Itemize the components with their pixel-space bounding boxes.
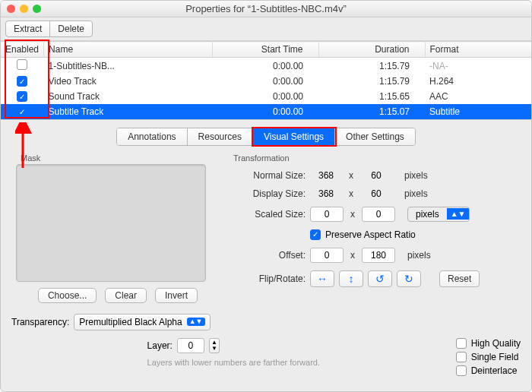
transformation-label: Transformation — [233, 153, 521, 163]
col-name[interactable]: Name — [44, 42, 212, 58]
track-name: Subtitle Track — [44, 104, 212, 119]
track-format: H.264 — [425, 74, 531, 89]
track-start: 0:00.00 — [212, 74, 318, 89]
choose-button[interactable]: Choose... — [38, 288, 97, 303]
reset-button[interactable]: Reset — [439, 270, 480, 287]
transformation-panel: Transformation Normal Size: 368 x 60 pix… — [233, 153, 521, 330]
track-duration: 1:15.79 — [318, 58, 425, 74]
extract-button[interactable]: Extract — [5, 21, 50, 37]
track-duration: 1:15.79 — [318, 74, 425, 89]
track-name: Sound Track — [44, 89, 212, 104]
normal-height: 60 — [360, 170, 392, 181]
updown-icon: ▲▼ — [447, 208, 470, 220]
scaled-size-label: Scaled Size: — [233, 209, 306, 220]
tab-visual-settings[interactable]: Visual Settings — [253, 128, 335, 145]
deinterlace-checkbox[interactable]: Deinterlace — [456, 365, 521, 376]
scaled-width-input[interactable]: 0 — [310, 207, 344, 222]
delete-button[interactable]: Delete — [49, 21, 93, 37]
table-row[interactable]: ✓Sound Track0:00.001:15.65AAC — [1, 89, 531, 104]
col-enabled[interactable]: Enabled — [1, 42, 44, 58]
normal-width: 368 — [310, 170, 342, 181]
clear-button[interactable]: Clear — [105, 288, 147, 303]
table-row[interactable]: ✓Video Track0:00.001:15.79H.264 — [1, 74, 531, 89]
scaled-unit-select[interactable]: pixels ▲▼ — [407, 207, 470, 222]
table-row[interactable]: 1-Subtitles-NB...0:00.001:15.79-NA- — [1, 58, 531, 74]
high-quality-checkbox[interactable]: High Quality — [456, 338, 521, 349]
transparency-select[interactable]: Premultiplied Black Alpha ▲▼ — [74, 314, 210, 330]
track-format: -NA- — [425, 58, 531, 74]
enabled-checkbox[interactable] — [17, 59, 27, 70]
mask-preview[interactable] — [16, 164, 206, 282]
track-name: 1-Subtitles-NB... — [44, 58, 212, 74]
tracks-table: Enabled Name Start Time Duration Format … — [1, 41, 531, 120]
track-duration: 1:15.65 — [318, 89, 425, 104]
enabled-checkbox[interactable]: ✓ — [17, 76, 27, 87]
col-duration[interactable]: Duration — [318, 42, 425, 58]
updown-icon: ▲▼ — [187, 318, 205, 326]
track-duration: 1:15.07 — [318, 104, 425, 119]
track-format: AAC — [425, 89, 531, 104]
layer-input[interactable]: 0 — [177, 338, 204, 353]
display-size-label: Display Size: — [233, 188, 306, 199]
table-row[interactable]: ✓Subtitle Track0:00.001:15.07Subtitle — [1, 104, 531, 119]
track-start: 0:00.00 — [212, 89, 318, 104]
layer-hint: Layers with lower numbers are farther fo… — [147, 358, 320, 367]
tab-annotations[interactable]: Annotations — [117, 128, 187, 145]
tabs: Annotations Resources Visual Settings Ot… — [1, 120, 531, 150]
offset-label: Offset: — [233, 250, 306, 261]
col-start[interactable]: Start Time — [212, 42, 318, 58]
track-name: Video Track — [44, 74, 212, 89]
scaled-height-input[interactable]: 0 — [362, 207, 395, 222]
mask-label: Mask — [21, 153, 224, 163]
properties-window: Properties for “1-Subtitles-NBC.m4v” Ext… — [0, 0, 532, 392]
flip-horizontal-button[interactable]: ↔ — [310, 270, 334, 287]
display-height: 60 — [360, 188, 392, 199]
layer-label: Layer: — [147, 340, 173, 351]
offset-y-input[interactable]: 180 — [362, 248, 395, 263]
tab-other-settings[interactable]: Other Settings — [335, 128, 415, 145]
rotate-cw-button[interactable]: ↻ — [397, 270, 421, 287]
single-field-checkbox[interactable]: Single Field — [456, 352, 521, 362]
normal-size-label: Normal Size: — [233, 170, 306, 181]
preserve-aspect-checkbox[interactable]: ✓ Preserve Aspect Ratio — [310, 229, 416, 240]
titlebar: Properties for “1-Subtitles-NBC.m4v” — [1, 1, 531, 17]
enabled-checkbox[interactable]: ✓ — [17, 106, 27, 117]
layer-stepper[interactable]: ▲▼ — [209, 338, 220, 353]
transparency-value: Premultiplied Black Alpha — [79, 317, 182, 327]
flip-rotate-label: Flip/Rotate: — [233, 273, 306, 284]
invert-button[interactable]: Invert — [155, 288, 198, 303]
track-start: 0:00.00 — [212, 58, 318, 74]
rotate-ccw-button[interactable]: ↺ — [368, 270, 392, 287]
window-title: Properties for “1-Subtitles-NBC.m4v” — [1, 3, 531, 14]
transparency-label: Transparency: — [11, 317, 69, 327]
tab-resources[interactable]: Resources — [188, 128, 253, 145]
display-width: 368 — [310, 188, 342, 199]
toolbar: Extract Delete — [1, 17, 531, 41]
mask-panel: Mask Choose... Clear Invert Transparency… — [11, 153, 224, 330]
col-format[interactable]: Format — [425, 42, 531, 58]
track-format: Subtitle — [425, 104, 531, 119]
track-start: 0:00.00 — [212, 104, 318, 119]
offset-x-input[interactable]: 0 — [310, 248, 344, 263]
flip-vertical-button[interactable]: ↕ — [339, 270, 363, 287]
enabled-checkbox[interactable]: ✓ — [17, 91, 27, 102]
checkbox-on-icon: ✓ — [310, 229, 321, 240]
